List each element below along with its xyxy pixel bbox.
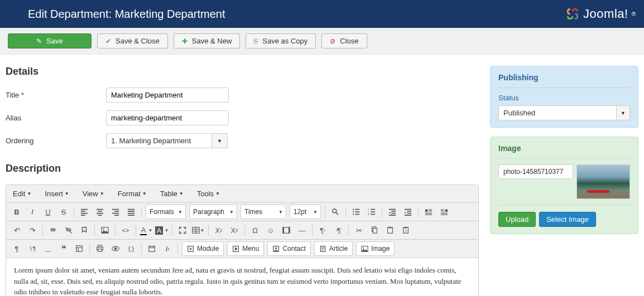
- svg-point-33: [275, 247, 277, 249]
- svg-rect-23: [76, 246, 83, 252]
- align-right-button[interactable]: [108, 205, 123, 219]
- align-left-button[interactable]: [77, 205, 92, 219]
- svg-rect-19: [389, 227, 391, 229]
- save-copy-button[interactable]: ⎘Save as Copy: [246, 33, 316, 48]
- subscript-button[interactable]: X2: [212, 223, 226, 237]
- save-new-button[interactable]: ✚Save & New: [174, 33, 241, 48]
- article-button[interactable]: Article: [314, 241, 353, 256]
- status-select[interactable]: Published ▼: [498, 105, 630, 120]
- close-button[interactable]: ⊘Close: [321, 33, 367, 48]
- editor-menubar: Edit▼ Insert▼ View▼ Format▼ Table▼ Tools…: [6, 185, 478, 203]
- menu-insert[interactable]: Insert▼: [41, 187, 72, 200]
- menu-edit[interactable]: Edit▼: [9, 187, 35, 200]
- indent-button[interactable]: [401, 205, 415, 219]
- svg-text:T: T: [405, 229, 407, 233]
- menu-table[interactable]: Table▼: [157, 187, 187, 200]
- align-justify-button[interactable]: [124, 205, 138, 219]
- menu-format[interactable]: Format▼: [114, 187, 150, 200]
- undo-button[interactable]: ↶: [9, 223, 24, 237]
- clearformat-button[interactable]: Ix: [160, 241, 175, 256]
- strikethrough-button[interactable]: S: [56, 205, 71, 219]
- font-select[interactable]: Times▼: [241, 205, 286, 219]
- image-button[interactable]: [98, 223, 112, 237]
- image-insert-button[interactable]: Image: [356, 241, 395, 256]
- preview-button[interactable]: [108, 241, 123, 256]
- editor-toolbar-2: ↶ ↷ <> A▼ A▼ ▼ X2: [6, 221, 478, 240]
- unlink-button[interactable]: [61, 223, 76, 237]
- save-close-button[interactable]: ✔Save & Close: [97, 33, 168, 48]
- float-left-button[interactable]: [421, 205, 436, 219]
- cancel-icon: ⊘: [330, 37, 335, 45]
- table-button[interactable]: ▼: [191, 223, 205, 237]
- alias-input[interactable]: [106, 110, 229, 125]
- specialchar-button[interactable]: Ω: [248, 223, 262, 237]
- contact-button[interactable]: Contact: [267, 241, 310, 256]
- sourcecode-button[interactable]: <>: [118, 223, 133, 237]
- module-button[interactable]: Module: [182, 241, 224, 256]
- ordering-select[interactable]: 1. Marketing Department ▼: [106, 133, 228, 148]
- superscript-button[interactable]: X2: [227, 223, 242, 237]
- redo-button[interactable]: ↷: [25, 223, 40, 237]
- align-center-button[interactable]: [93, 205, 107, 219]
- bullet-list-button[interactable]: [349, 205, 363, 219]
- copy-button[interactable]: [367, 223, 382, 237]
- codesample-button[interactable]: {;}: [124, 241, 138, 256]
- date-button[interactable]: [145, 241, 159, 256]
- nonbreaking-button[interactable]: ⎵: [41, 241, 55, 256]
- media-button[interactable]: [279, 223, 294, 237]
- bold-button[interactable]: B: [9, 205, 24, 219]
- fontsize-select[interactable]: 12pt▼: [290, 205, 321, 219]
- status-label: Status: [498, 94, 630, 102]
- formats-select[interactable]: Formats▼: [146, 205, 186, 219]
- svg-point-36: [363, 247, 364, 248]
- logo-text: Joomla!: [583, 7, 628, 21]
- menu-view[interactable]: View▼: [79, 187, 108, 200]
- svg-rect-14: [283, 227, 284, 234]
- action-toolbar: ✎Save ✔Save & Close ✚Save & New ⎘Save as…: [0, 28, 644, 55]
- svg-point-28: [114, 248, 117, 250]
- paste-button[interactable]: [383, 223, 397, 237]
- search-replace-button[interactable]: [328, 205, 343, 219]
- underline-button[interactable]: U: [41, 205, 55, 219]
- anchor-button[interactable]: [77, 223, 92, 237]
- svg-text:3: 3: [368, 213, 369, 216]
- editor-content[interactable]: Lorem ipsum dolor sit amet, veniam autem…: [6, 258, 478, 296]
- pastetext-button[interactable]: T: [398, 223, 413, 237]
- blockquote-button[interactable]: ❝: [56, 241, 71, 256]
- svg-rect-8: [445, 210, 448, 212]
- description-heading: Description: [6, 163, 479, 174]
- menu-tools[interactable]: Tools▼: [194, 187, 223, 200]
- page-title: Edit Department: Marketing Department: [28, 8, 225, 21]
- emoji-button[interactable]: ☺: [263, 223, 278, 237]
- show-invisibles-button[interactable]: ¶: [9, 241, 24, 256]
- show-blocks-button[interactable]: ⑊¶: [25, 241, 40, 256]
- paragraph-select[interactable]: Paragraph▼: [189, 205, 237, 219]
- title-input[interactable]: [106, 88, 229, 103]
- details-heading: Details: [6, 66, 479, 77]
- svg-rect-9: [51, 230, 54, 230]
- cut-button[interactable]: ✂: [352, 223, 366, 237]
- copy-icon: ⎘: [254, 37, 258, 45]
- outdent-button[interactable]: [385, 205, 400, 219]
- template-button[interactable]: [72, 241, 86, 256]
- number-list-button[interactable]: 123: [364, 205, 379, 219]
- italic-button[interactable]: I: [25, 205, 40, 219]
- link-button[interactable]: [46, 223, 60, 237]
- hr-button[interactable]: —: [295, 223, 309, 237]
- textcolor-button[interactable]: A▼: [139, 223, 153, 237]
- bgcolor-button[interactable]: A▼: [155, 223, 169, 237]
- upload-button[interactable]: Upload: [498, 212, 536, 227]
- image-path-input[interactable]: photo-14585710377: [498, 164, 573, 179]
- save-button[interactable]: ✎Save: [8, 33, 92, 48]
- rtl-button[interactable]: ‹¶: [331, 223, 345, 237]
- menu-button[interactable]: Menu: [227, 241, 264, 256]
- editor: Edit▼ Insert▼ View▼ Format▼ Table▼ Tools…: [6, 185, 479, 296]
- publishing-panel: Publishing Status Published ▼: [490, 66, 638, 128]
- ltr-button[interactable]: ¶›: [315, 223, 330, 237]
- fullscreen-button[interactable]: [175, 223, 190, 237]
- chevron-down-icon: ▼: [212, 133, 228, 148]
- select-image-button[interactable]: Select Image: [539, 212, 596, 227]
- alias-row: Alias: [6, 110, 479, 125]
- float-right-button[interactable]: [437, 205, 451, 219]
- print-button[interactable]: [93, 241, 107, 256]
